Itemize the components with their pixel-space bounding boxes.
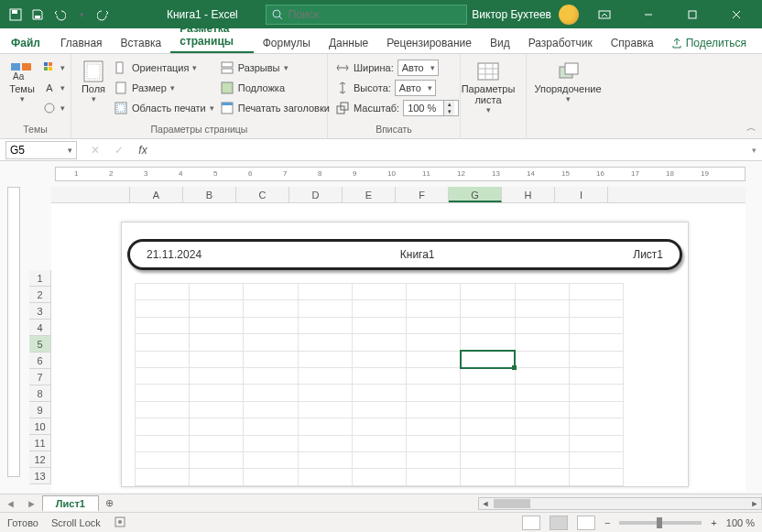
- search-box[interactable]: [266, 5, 467, 25]
- row-header[interactable]: 2: [29, 287, 51, 303]
- row-header[interactable]: 1: [29, 270, 51, 287]
- row-header[interactable]: 8: [29, 385, 51, 402]
- row-header[interactable]: 6: [29, 353, 51, 369]
- fonts-button[interactable]: A▾: [42, 78, 65, 98]
- row-header[interactable]: 10: [29, 418, 51, 435]
- page-layout-view-button[interactable]: [550, 516, 568, 530]
- zoom-out-button[interactable]: −: [604, 517, 610, 528]
- sheet-nav-prev-icon[interactable]: ◄: [0, 498, 21, 509]
- sheet-nav-next-icon[interactable]: ►: [21, 498, 42, 509]
- tab-help[interactable]: Справка: [602, 31, 663, 53]
- vertical-ruler[interactable]: [7, 187, 20, 477]
- cancel-formula-icon[interactable]: ✕: [88, 144, 103, 157]
- row-header[interactable]: 3: [29, 303, 51, 320]
- row-header[interactable]: 4: [29, 320, 51, 336]
- svg-point-17: [45, 103, 54, 113]
- add-sheet-button[interactable]: ⊕: [99, 497, 121, 509]
- normal-view-button[interactable]: [522, 516, 540, 530]
- name-box[interactable]: G5▾: [5, 141, 77, 159]
- user-name[interactable]: Виктор Бухтеев: [472, 8, 551, 21]
- tab-review[interactable]: Рецензирование: [377, 31, 481, 53]
- column-header[interactable]: A: [130, 187, 183, 202]
- collapse-ribbon-icon[interactable]: ︿: [746, 121, 757, 135]
- tab-insert[interactable]: Вставка: [112, 31, 171, 53]
- size-button[interactable]: Размер ▾: [114, 78, 214, 98]
- column-header[interactable]: C: [236, 187, 289, 202]
- ribbon-display-icon[interactable]: [586, 0, 623, 28]
- maximize-icon[interactable]: [674, 0, 711, 28]
- column-header[interactable]: G: [449, 187, 502, 202]
- column-header[interactable]: H: [502, 187, 555, 202]
- arrange-button[interactable]: Упорядочение▾: [534, 58, 602, 103]
- tab-formulas[interactable]: Формулы: [254, 31, 320, 53]
- group-arrange-label: [534, 124, 602, 136]
- row-header[interactable]: 7: [29, 369, 51, 385]
- tab-developer[interactable]: Разработчик: [519, 31, 602, 53]
- margins-button[interactable]: Поля▾: [79, 58, 108, 103]
- print-area-icon: [114, 101, 128, 115]
- colors-button[interactable]: ▾: [42, 58, 65, 78]
- column-headers[interactable]: ABCDEFGHI: [51, 187, 746, 203]
- print-titles-button[interactable]: Печатать заголовки: [220, 98, 330, 118]
- sheet-tab-active[interactable]: Лист1: [42, 495, 99, 511]
- select-all-corner[interactable]: [51, 187, 130, 202]
- autosave-icon[interactable]: [7, 6, 24, 23]
- row-header[interactable]: 9: [29, 402, 51, 418]
- zoom-slider[interactable]: [619, 521, 702, 525]
- row-header[interactable]: 5: [29, 336, 51, 353]
- minimize-icon[interactable]: [630, 0, 667, 28]
- sheet-options-button[interactable]: Параметры листа▾: [468, 58, 508, 114]
- fx-icon[interactable]: fx: [136, 144, 150, 157]
- orientation-button[interactable]: Ориентация ▾: [114, 58, 214, 78]
- undo-icon[interactable]: [51, 6, 68, 23]
- cell-grid[interactable]: [135, 283, 624, 486]
- page-header[interactable]: 21.11.2024 Книга1 Лист1: [127, 239, 682, 270]
- group-scale-label: Вписать: [335, 124, 452, 136]
- formula-input[interactable]: [159, 144, 743, 157]
- print-area-button[interactable]: Область печати ▾: [114, 98, 214, 118]
- row-header[interactable]: 13: [29, 468, 51, 484]
- themes-button[interactable]: Aа Темы▾: [7, 58, 37, 103]
- breaks-button[interactable]: Разрывы ▾: [220, 58, 330, 78]
- column-header[interactable]: I: [555, 187, 608, 202]
- status-bar: Готово Scroll Lock − + 100 %: [0, 512, 762, 532]
- column-header[interactable]: F: [396, 187, 449, 202]
- zoom-in-button[interactable]: +: [711, 517, 716, 528]
- qat-dropdown-icon[interactable]: ▾: [73, 6, 90, 23]
- zoom-level[interactable]: 100 %: [726, 517, 755, 528]
- horizontal-ruler[interactable]: 12345678910111213141516171819: [55, 167, 746, 181]
- close-icon[interactable]: [718, 0, 755, 28]
- enter-formula-icon[interactable]: ✓: [112, 144, 126, 157]
- macro-record-icon[interactable]: [114, 516, 126, 530]
- row-header[interactable]: 12: [29, 451, 51, 468]
- background-button[interactable]: Подложка: [220, 78, 330, 98]
- selected-cell[interactable]: [461, 351, 515, 367]
- search-input[interactable]: [288, 8, 461, 21]
- horizontal-scrollbar[interactable]: ◄►: [478, 497, 762, 510]
- tab-page-layout[interactable]: Разметка страницы: [170, 16, 253, 53]
- effects-button[interactable]: ▾: [42, 98, 65, 118]
- colors-icon: [42, 60, 57, 75]
- tab-home[interactable]: Главная: [51, 31, 112, 53]
- tab-view[interactable]: Вид: [481, 31, 519, 53]
- width-select[interactable]: Авто▾: [397, 60, 439, 76]
- search-icon: [272, 9, 283, 20]
- scale-spinner[interactable]: 100 %▴▾: [403, 100, 459, 116]
- share-button[interactable]: Поделиться: [663, 33, 755, 53]
- arrange-icon: [553, 60, 582, 83]
- group-themes-label: Темы: [7, 124, 63, 136]
- redo-icon[interactable]: [95, 6, 112, 23]
- user-avatar-icon[interactable]: [559, 5, 579, 25]
- row-header[interactable]: 11: [29, 435, 51, 451]
- column-header[interactable]: B: [183, 187, 236, 202]
- row-headers[interactable]: 12345678910111213: [29, 270, 51, 484]
- save-icon[interactable]: [29, 6, 46, 23]
- expand-formula-icon[interactable]: ▾: [752, 146, 757, 155]
- tab-data[interactable]: Данные: [320, 31, 377, 53]
- column-header[interactable]: E: [343, 187, 396, 202]
- column-header[interactable]: D: [289, 187, 343, 202]
- height-select[interactable]: Авто▾: [395, 80, 436, 96]
- formula-bar: G5▾ ✕ ✓ fx ▾: [0, 139, 762, 161]
- file-tab[interactable]: Файл: [0, 31, 51, 53]
- page-break-view-button[interactable]: [577, 516, 595, 530]
